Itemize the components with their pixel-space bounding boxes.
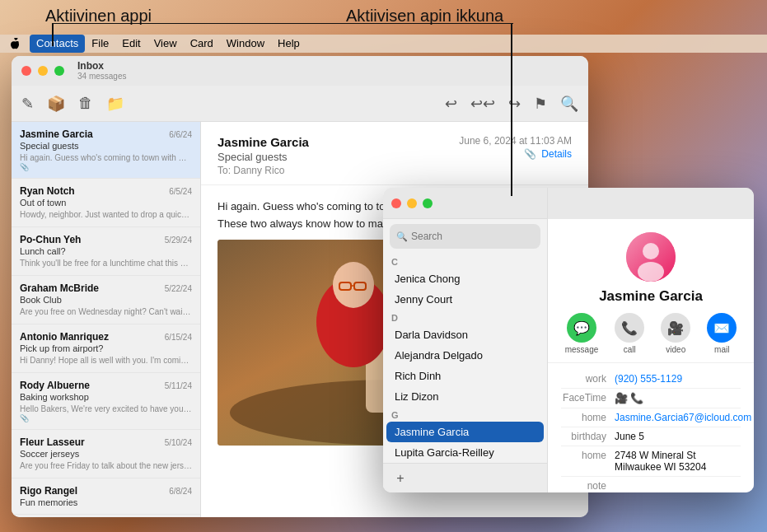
mail-item-1[interactable]: Ryan Notch 6/5/24 Out of town Howdy, nei… xyxy=(12,179,200,227)
contact-avatar xyxy=(626,232,676,282)
archive-icon[interactable]: 📦 xyxy=(47,95,65,113)
mail-label: mail xyxy=(714,345,729,354)
reply-icon[interactable]: ↩ xyxy=(445,95,457,113)
facetime-value[interactable]: 🎥 📞 xyxy=(615,392,741,404)
contact-info-email: home Jasmine.Garcia67@icloud.com xyxy=(561,408,741,427)
mail-item-6[interactable]: Fleur Lasseur 5/10/24 Soccer jerseys Are… xyxy=(12,430,200,478)
menubar-window[interactable]: Window xyxy=(220,35,271,53)
annotation-line-window xyxy=(511,23,512,196)
mail-preview-6: Are you free Friday to talk about the ne… xyxy=(20,460,192,471)
contact-info-note: note xyxy=(561,477,741,492)
contact-item-jasmine-garcia[interactable]: Jasmine Garcia xyxy=(386,422,544,442)
menubar-edit[interactable]: Edit xyxy=(115,35,147,53)
mail-item-4[interactable]: Antonio Manriquez 6/15/24 Pick up from a… xyxy=(12,324,200,373)
contact-info-work: work (920) 555-1129 xyxy=(561,370,741,389)
mail-titlebar: Inbox 34 messages xyxy=(12,56,588,86)
mail-preview-1: Howdy, neighbor. Just wanted to drop a q… xyxy=(20,209,192,220)
mail-attach-0: 📎 xyxy=(20,163,192,171)
mail-date-7: 6/8/24 xyxy=(169,487,192,496)
contacts-section-d: D xyxy=(383,310,547,324)
contacts-footer: + xyxy=(383,463,547,492)
contact-item-liz-dizon[interactable]: Liz Dizon xyxy=(386,386,544,407)
mail-from-5: Rody Albuerne xyxy=(20,380,90,391)
mail-content-from: Jasmine Garcia xyxy=(217,135,309,149)
mail-attach-5: 📎 xyxy=(20,414,192,422)
menubar: Contacts File Edit View Card Window Help xyxy=(0,35,767,53)
mail-details-link[interactable]: Details xyxy=(541,148,572,160)
contact-info-facetime: FaceTime 🎥 📞 xyxy=(561,389,741,408)
contacts-titlebar xyxy=(383,188,547,219)
contact-item-alejandra-delgado[interactable]: Alejandra Delgado xyxy=(386,345,544,366)
reply-all-icon[interactable]: ↩↩ xyxy=(470,95,495,113)
mail-sidebar: Jasmine Garcia 6/6/24 Special guests Hi … xyxy=(12,122,201,517)
mail-subject-0: Special guests xyxy=(20,141,192,151)
contact-item-jenica-chong[interactable]: Jenica Chong xyxy=(386,268,544,289)
attachment-icon: 📎 xyxy=(524,148,536,160)
contacts-list-pane: 🔍 C Jenica Chong Jenny Court D Darla Dav… xyxy=(383,188,548,492)
contact-detail-header: Jasmine Garcia 💬 message 📞 call 🎥 video … xyxy=(548,219,754,363)
contact-item-rich-dinh[interactable]: Rich Dinh xyxy=(386,366,544,386)
mail-subject-5: Baking workshop xyxy=(20,392,192,402)
action-video-button[interactable]: 🎥 video xyxy=(661,313,690,354)
contacts-detail-titlebar xyxy=(548,188,754,219)
contacts-section-g: G xyxy=(383,407,547,422)
action-call-button[interactable]: 📞 call xyxy=(615,313,644,354)
menubar-view[interactable]: View xyxy=(147,35,184,53)
mail-subject-1: Out of town xyxy=(20,198,192,208)
inbox-title: Inbox xyxy=(77,60,126,72)
mail-content-header: Jasmine Garcia Special guests To: Danny … xyxy=(201,122,588,185)
contacts-section-c: C xyxy=(383,254,547,268)
menubar-help[interactable]: Help xyxy=(271,35,306,53)
note-label: note xyxy=(561,480,615,492)
search-icon[interactable]: 🔍 xyxy=(560,95,578,113)
mail-date-1: 6/5/24 xyxy=(169,187,192,196)
menubar-file[interactable]: File xyxy=(85,35,115,53)
work-value[interactable]: (920) 555-1129 xyxy=(615,373,741,385)
mail-date-4: 6/15/24 xyxy=(165,333,192,342)
contact-item-darla-davidson[interactable]: Darla Davidson xyxy=(386,324,544,345)
apple-menu-icon[interactable] xyxy=(7,35,23,52)
video-label: video xyxy=(666,345,685,354)
mail-content-date: June 6, 2024 at 11:03 AM xyxy=(459,135,572,147)
mail-item-0[interactable]: Jasmine Garcia 6/6/24 Special guests Hi … xyxy=(12,122,200,179)
action-message-button[interactable]: 💬 message xyxy=(565,313,599,354)
address-value[interactable]: 2748 W Mineral St Milwaukee WI 53204 xyxy=(615,450,741,473)
contact-item-jenny-court[interactable]: Jenny Court xyxy=(386,289,544,310)
contacts-min-button[interactable] xyxy=(407,198,417,208)
contacts-window: 🔍 C Jenica Chong Jenny Court D Darla Dav… xyxy=(383,188,754,492)
mail-item-5[interactable]: Rody Albuerne 5/11/24 Baking workshop He… xyxy=(12,373,200,430)
mail-item-7[interactable]: Rigo Rangel 6/8/24 Fun memories xyxy=(12,478,200,515)
mail-from-1: Ryan Notch xyxy=(20,185,75,197)
maximize-button[interactable] xyxy=(54,66,64,76)
action-mail-button[interactable]: ✉️ mail xyxy=(707,313,737,354)
folder-icon[interactable]: 📁 xyxy=(106,95,124,113)
mail-preview-3: Are you free on Wednesday night? Can't w… xyxy=(20,306,192,317)
mail-subject-3: Book Club xyxy=(20,295,192,305)
note-value[interactable] xyxy=(615,480,741,492)
add-contact-button[interactable]: + xyxy=(391,469,409,488)
menubar-card[interactable]: Card xyxy=(184,35,220,53)
mail-item-2[interactable]: Po-Chun Yeh 5/29/24 Lunch call? Think yo… xyxy=(12,227,200,276)
contacts-search-input[interactable] xyxy=(411,231,534,242)
contacts-search-bar: 🔍 xyxy=(390,224,540,249)
menubar-contacts[interactable]: Contacts xyxy=(30,35,85,53)
contact-item-lupita-garcia-reilley[interactable]: Lupita Garcia-Reilley xyxy=(386,442,544,463)
birthday-label: birthday xyxy=(561,431,615,442)
inbox-count: 34 messages xyxy=(77,72,126,82)
mail-item-3[interactable]: Graham McBride 5/22/24 Book Club Are you… xyxy=(12,276,200,324)
trash-icon[interactable]: 🗑 xyxy=(78,95,93,112)
email-value[interactable]: Jasmine.Garcia67@icloud.com xyxy=(615,412,751,423)
svg-point-11 xyxy=(643,243,659,259)
contacts-close-button[interactable] xyxy=(391,198,401,208)
mail-date-5: 5/11/24 xyxy=(165,381,192,390)
annotation-horiz xyxy=(52,23,513,24)
mail-subject-7: Fun memories xyxy=(20,497,192,507)
mail-content-to: To: Danny Rico xyxy=(217,165,309,176)
email-label: home xyxy=(561,412,615,423)
mail-date-3: 5/22/24 xyxy=(165,284,192,293)
compose-icon[interactable]: ✎ xyxy=(21,95,34,113)
contacts-max-button[interactable] xyxy=(423,198,433,208)
close-button[interactable] xyxy=(21,66,31,76)
minimize-button[interactable] xyxy=(38,66,48,76)
flag-icon[interactable]: ⚑ xyxy=(534,95,547,113)
